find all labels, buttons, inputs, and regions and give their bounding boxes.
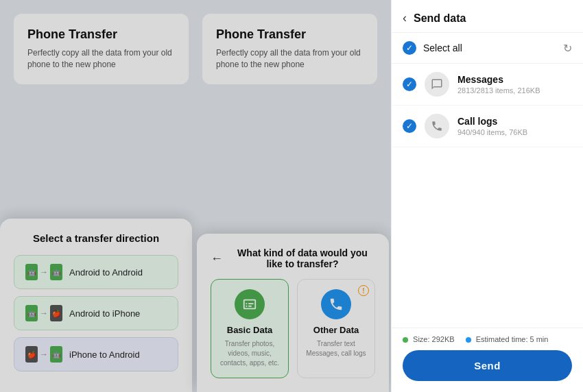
dialog-data: ← What kind of data would you like to tr… [197,234,389,392]
basic-data-label: Basic Data [218,325,281,335]
dialog-transfer-title: Select a transfer direction [14,232,178,244]
bg-card-2: Phone Transfer Perfectly copy all the da… [202,14,377,84]
transfer-icons-2: 🤖 → 🍎 [25,305,62,321]
back-button[interactable]: ← [211,252,223,266]
arrow-1: → [40,267,48,277]
dialog-data-header: ← What kind of data would you like to tr… [211,247,375,269]
transfer-label-3: iPhone to Android [69,350,140,360]
bg-card-1-title: Phone Transfer [27,27,175,42]
transfer-icons-3: 🍎 → 🤖 [25,346,62,363]
size-info: Size: 292KB [403,335,455,343]
other-data-desc: Transfer text Messages, call logs [305,339,368,358]
data-option-other[interactable]: ! Other Data Transfer text Messages, cal… [297,279,375,378]
basic-data-icon [235,289,265,319]
phone-to-android: 🤖 [50,264,62,280]
messages-info: Messages 2813/2813 items, 216KB [457,74,540,95]
dialog-data-title: What kind of data would you like to tran… [230,247,375,269]
basic-data-desc: Transfer photos, videos, music, contacts… [218,339,281,368]
footer-info: Size: 292KB Estimated time: 5 min [403,335,572,343]
size-label: Size: 292KB [413,335,455,343]
time-dot [466,337,471,343]
transfer-label-2: Android to iPhone [69,308,140,319]
right-header-title: Send data [414,12,466,25]
call-logs-name: Call logs [457,116,527,127]
bg-card-1: Phone Transfer Perfectly copy all the da… [14,14,189,84]
bg-card-2-desc: Perfectly copy all the data from your ol… [216,47,364,71]
phone-from-apple: 🍎 [25,346,38,363]
transfer-label-1: Android to Android [69,267,143,278]
phone-from-android: 🤖 [25,264,38,280]
time-info: Estimated time: 5 min [466,335,549,343]
transfer-option-iphone-android[interactable]: 🍎 → 🤖 iPhone to Android [14,337,178,371]
data-option-basic[interactable]: Basic Data Transfer photos, videos, musi… [211,279,289,378]
arrow-3: → [40,350,48,359]
select-all-checkbox[interactable]: ✓ [403,41,416,55]
right-back-arrow[interactable]: ‹ [403,11,407,25]
refresh-icon[interactable]: ↻ [563,42,572,55]
transfer-option-android-android[interactable]: 🤖 → 🤖 Android to Android [14,255,178,289]
phone-from-android-2: 🤖 [25,305,38,321]
messages-name: Messages [457,74,540,85]
bg-card-1-desc: Perfectly copy all the data from your ol… [27,47,175,71]
dialog-transfer: Select a transfer direction 🤖 → 🤖 Androi… [0,219,192,392]
call-logs-info: Call logs 940/940 items, 76KB [457,116,527,136]
other-data-icon [321,289,351,319]
call-logs-icon-wrap [425,114,449,138]
right-footer: Size: 292KB Estimated time: 5 min Send [392,328,583,392]
messages-detail: 2813/2813 items, 216KB [457,86,540,95]
select-all-row[interactable]: ✓ Select all ↻ [392,33,583,64]
right-panel: ‹ Send data ✓ Select all ↻ ✓ Messages 28… [391,0,583,392]
send-button[interactable]: Send [403,350,572,381]
left-panel: Phone Transfer Perfectly copy all the da… [0,0,391,392]
size-dot [403,337,408,343]
call-logs-detail: 940/940 items, 76KB [457,128,527,136]
data-list: ✓ Messages 2813/2813 items, 216KB ✓ Call… [392,64,583,328]
arrow-2: → [40,308,48,318]
phone-to-android-2: 🤖 [50,346,62,363]
select-all-label: Select all [423,42,563,53]
warning-icon: ! [358,285,369,296]
list-item-messages[interactable]: ✓ Messages 2813/2813 items, 216KB [392,64,583,106]
transfer-icons-1: 🤖 → 🤖 [25,264,62,280]
phone-to-apple: 🍎 [50,305,62,321]
bg-card-2-title: Phone Transfer [216,27,364,42]
messages-checkbox[interactable]: ✓ [403,77,416,91]
list-item-call-logs[interactable]: ✓ Call logs 940/940 items, 76KB [392,106,583,147]
right-header: ‹ Send data [392,0,583,33]
data-options: Basic Data Transfer photos, videos, musi… [211,279,375,378]
messages-icon-wrap [425,72,449,97]
call-logs-checkbox[interactable]: ✓ [403,119,416,133]
time-label: Estimated time: 5 min [476,335,549,343]
other-data-label: Other Data [305,325,368,335]
transfer-option-android-iphone[interactable]: 🤖 → 🍎 Android to iPhone [14,296,178,330]
